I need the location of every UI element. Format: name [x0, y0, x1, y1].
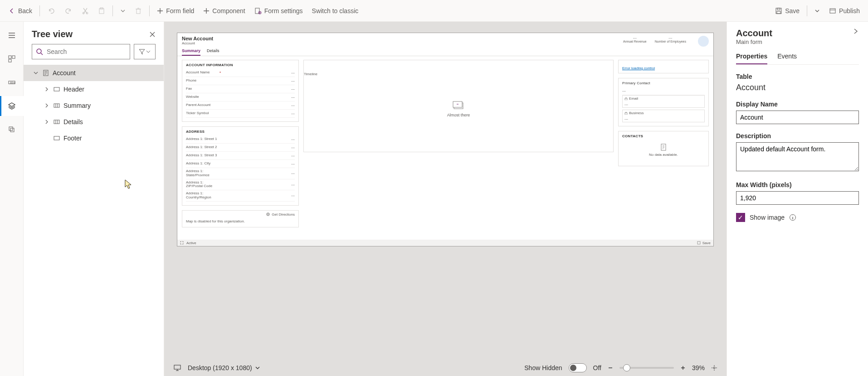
field-row[interactable]: Address 1: City---: [186, 160, 295, 168]
tree-search-box[interactable]: [32, 44, 130, 59]
tab-details[interactable]: Details: [207, 48, 219, 56]
field-row[interactable]: Fax---: [186, 85, 295, 93]
field-row[interactable]: Address 1: ZIP/Postal Code---: [186, 179, 295, 191]
svg-rect-8: [777, 8, 780, 10]
hamburger-button[interactable]: [0, 25, 24, 45]
tree-item-header[interactable]: Header: [24, 81, 164, 97]
field-row[interactable]: Parent Account---: [186, 101, 295, 110]
section-primary-contact[interactable]: Primary Contact --- Email ---: [618, 78, 709, 126]
library-icon: [8, 125, 16, 134]
section-account-information[interactable]: ACCOUNT INFORMATION Account Name*---Phon…: [182, 60, 299, 122]
filter-button[interactable]: [134, 44, 156, 59]
field-row[interactable]: Ticker Symbol---: [186, 110, 295, 118]
chevron-right-icon[interactable]: [853, 28, 859, 34]
field-row[interactable]: Account Name*---: [186, 69, 295, 77]
form-preview[interactable]: New Account Account --- Annual Revenue -…: [177, 33, 714, 246]
tree-item-details[interactable]: Details: [24, 114, 164, 130]
back-button[interactable]: Back: [4, 0, 37, 21]
fields-rail-button[interactable]: Abc: [0, 72, 24, 92]
chevron-down-button[interactable]: [116, 0, 130, 21]
field-row[interactable]: Address 1: Street 2---: [186, 144, 295, 152]
table-value: Account: [736, 83, 859, 92]
show-image-label: Show image: [750, 214, 785, 221]
save-button[interactable]: Save: [770, 0, 804, 21]
field-row[interactable]: Address 1: State/Province---: [186, 168, 295, 179]
chevron-down-icon: [255, 365, 260, 371]
section-error[interactable]: Error loading control: [618, 60, 709, 73]
switch-classic-button[interactable]: Switch to classic: [307, 0, 363, 21]
undo-button[interactable]: [43, 0, 60, 21]
form-field-label: Form field: [166, 7, 194, 14]
tree-rail-button[interactable]: [0, 96, 24, 116]
device-label: Desktop (1920 x 1080): [188, 364, 252, 371]
save-icon[interactable]: [697, 241, 701, 245]
props-title: Account: [736, 28, 772, 39]
section-timeline[interactable]: Timeline Almost there: [303, 60, 614, 152]
redo-button[interactable]: [60, 0, 77, 21]
section-heading: CONTACTS: [622, 134, 705, 138]
section-contacts[interactable]: CONTACTS No data available.: [618, 131, 709, 166]
separator: [807, 5, 807, 16]
form-icon: [43, 70, 49, 76]
section-address[interactable]: ADDRESS Address 1: Street 1---Address 1:…: [182, 126, 299, 206]
props-tab-events[interactable]: Events: [777, 53, 797, 64]
tree-item-account[interactable]: Account: [24, 65, 164, 81]
tab-summary[interactable]: Summary: [182, 48, 200, 56]
zoom-in-icon[interactable]: [680, 365, 686, 371]
form-subtitle: Account: [182, 41, 213, 45]
error-loading-link[interactable]: Error loading control: [622, 66, 655, 70]
field-value: ---: [291, 71, 295, 75]
props-tab-properties[interactable]: Properties: [736, 53, 767, 64]
publish-button[interactable]: Publish: [824, 0, 864, 21]
zoom-slider[interactable]: [619, 367, 674, 369]
field-row[interactable]: Address 1: Street 1---: [186, 135, 295, 144]
field-row[interactable]: Address 1: Country/Region---: [186, 190, 295, 202]
show-hidden-toggle[interactable]: [569, 363, 587, 372]
timeline-folder-icon: [452, 100, 465, 110]
tree-item-summary[interactable]: Summary: [24, 97, 164, 114]
zoom-out-icon[interactable]: [608, 365, 613, 371]
component-button[interactable]: Component: [199, 0, 249, 21]
footer-save[interactable]: Save: [702, 241, 711, 245]
field-row[interactable]: Address 1: Street 3---: [186, 152, 295, 160]
fit-screen-icon[interactable]: [711, 365, 717, 371]
kpi-annual-revenue: --- Annual Revenue: [623, 36, 647, 43]
back-label: Back: [18, 7, 32, 14]
device-picker[interactable]: Desktop (1920 x 1080): [188, 364, 260, 371]
get-directions-label[interactable]: Get Directions: [272, 212, 295, 217]
components-rail-button[interactable]: [0, 49, 24, 69]
save-menu-button[interactable]: [810, 0, 824, 21]
canvas-scroll[interactable]: New Account Account --- Annual Revenue -…: [164, 22, 727, 360]
library-rail-button[interactable]: [0, 120, 24, 140]
max-width-input[interactable]: [736, 191, 859, 205]
tree-item-label: Summary: [63, 102, 91, 109]
svg-rect-29: [625, 113, 627, 115]
chevron-down-icon: [146, 49, 151, 54]
show-image-checkbox[interactable]: ✓: [736, 213, 745, 222]
timeline-heading: Timeline: [304, 72, 317, 76]
close-icon[interactable]: [149, 31, 156, 38]
left-rail: Abc: [0, 22, 24, 376]
form-field-button[interactable]: Form field: [152, 0, 199, 21]
field-label: Address 1: Street 1: [186, 137, 218, 141]
plus-icon: [157, 8, 163, 14]
delete-button[interactable]: [130, 0, 146, 21]
section-heading: Primary Contact: [622, 81, 705, 85]
section-map[interactable]: Get Directions Map is disabled for this …: [182, 210, 299, 227]
form-settings-button[interactable]: Form settings: [250, 0, 307, 21]
paste-button[interactable]: [93, 0, 110, 21]
toggle-state: Off: [593, 364, 601, 371]
cut-button[interactable]: [77, 0, 93, 21]
field-row[interactable]: Website---: [186, 93, 295, 101]
timeline-message: Almost there: [447, 113, 470, 117]
search-input[interactable]: [47, 48, 126, 55]
field-label: Website: [186, 95, 218, 99]
expand-icon[interactable]: [180, 241, 184, 245]
description-input[interactable]: [736, 142, 859, 171]
display-name-input[interactable]: [736, 111, 859, 124]
field-label: Fax: [186, 87, 218, 91]
info-icon[interactable]: [789, 214, 796, 221]
tree-item-footer[interactable]: Footer: [24, 130, 164, 146]
svg-rect-11: [9, 56, 11, 58]
field-row[interactable]: Phone---: [186, 77, 295, 85]
